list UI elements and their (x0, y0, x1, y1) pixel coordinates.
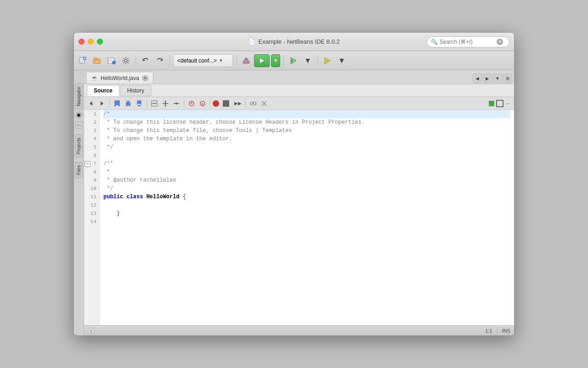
prev-error-button[interactable] (187, 98, 197, 109)
et-sep-5 (245, 99, 246, 108)
line-num-11: 11 (84, 193, 99, 201)
toolbar-separator-4 (283, 55, 284, 66)
search-icon: 🔍 (431, 39, 438, 45)
config-dropdown[interactable]: <default conf...> ▼ (173, 54, 233, 67)
line-num-7: − 7 (84, 160, 99, 168)
search-bar-container: 🔍 ✕ (427, 36, 509, 47)
collapse-fold-button[interactable] (171, 98, 181, 109)
file-tab-close[interactable]: ✕ (142, 75, 148, 81)
profile-dropdown-button[interactable]: ▼ (335, 54, 348, 67)
status-circle: 1 (88, 328, 94, 334)
next-error-button[interactable] (198, 98, 208, 109)
forward-button[interactable] (97, 98, 107, 109)
nav-pin-icon[interactable]: ◉ (75, 111, 83, 119)
search-clear-button[interactable]: ✕ (497, 39, 503, 45)
main-area: Navigator ◉ — Projects Files ☕ HelloWorl… (74, 70, 514, 335)
window-title: 📄 Example - NetBeans IDE 8.0.2 (248, 38, 339, 45)
svg-rect-12 (243, 61, 249, 63)
collapse-arrow[interactable]: → (505, 101, 510, 106)
tab-expand[interactable]: ⊞ (503, 74, 512, 83)
settings-button[interactable] (119, 54, 132, 67)
open-project-button[interactable] (91, 54, 104, 67)
record-macro-button[interactable] (213, 100, 219, 107)
expand-button[interactable] (496, 100, 503, 107)
source-tab[interactable]: Source (87, 85, 119, 96)
code-editor[interactable]: /* * To change this license header, choo… (100, 110, 514, 325)
debug-button[interactable] (287, 54, 300, 67)
minimize-button[interactable] (88, 39, 94, 45)
back-button[interactable] (86, 98, 96, 109)
projects-tab[interactable]: Projects (75, 134, 83, 157)
remove-button[interactable] (259, 98, 269, 109)
editor-area[interactable]: 1 2 3 4 5 6 − 7 8 9 10 11 12 13 (84, 110, 514, 325)
navigator-tab[interactable]: Navigator (75, 83, 83, 109)
history-tab[interactable]: History (120, 85, 151, 96)
toolbar-separator-3 (236, 55, 237, 66)
file-tab-icon: ☕ (91, 75, 98, 81)
svg-marker-14 (260, 58, 264, 63)
svg-rect-5 (94, 58, 97, 59)
toggle-fold-button[interactable] (149, 98, 159, 109)
file-tab-nav: ◀ ▶ ▼ ⊞ (473, 74, 514, 84)
code-line-13: } (103, 209, 510, 218)
run-macro-button[interactable]: ▶▶ (233, 98, 243, 109)
code-line-10: */ (103, 184, 510, 193)
prev-bookmark-button[interactable] (123, 98, 133, 109)
svg-point-11 (124, 59, 127, 62)
expand-fold-button[interactable] (160, 98, 170, 109)
code-line-14 (103, 218, 510, 226)
search-field[interactable]: 🔍 ✕ (427, 36, 509, 47)
line-num-3: 3 (84, 126, 99, 135)
code-line-9: * @author rachellelee (103, 176, 510, 184)
line-num-1: 1 (84, 110, 99, 118)
profile-button[interactable] (321, 54, 334, 67)
line-num-2: 2 (84, 118, 99, 126)
undo-button[interactable] (139, 54, 152, 67)
svg-marker-31 (164, 100, 166, 102)
toggle-bookmark-button[interactable] (112, 98, 122, 109)
file-tab-helloworld[interactable]: ☕ HelloWorld.java ✕ (86, 72, 153, 84)
run-button[interactable] (254, 54, 270, 67)
build-button[interactable] (240, 54, 253, 67)
toolbar-separator-2 (170, 55, 170, 66)
search-input[interactable] (440, 39, 495, 45)
close-button[interactable] (79, 39, 85, 45)
et-sep-4 (210, 99, 210, 108)
line-num-14: 14 (84, 218, 99, 226)
stop-macro-button[interactable] (223, 100, 229, 107)
status-bar: 1 1:1 INS (84, 325, 514, 335)
tab-scroll-right[interactable]: ▶ (483, 74, 492, 83)
netbeans-window: 📄 Example - NetBeans IDE 8.0.2 🔍 ✕ (74, 32, 514, 336)
svg-marker-21 (126, 103, 130, 106)
cursor-position: 1:1 (485, 328, 492, 334)
code-line-4: * and open the template in the editor. (103, 135, 510, 143)
maximize-button[interactable] (97, 39, 103, 45)
project-properties-button[interactable] (105, 54, 118, 67)
svg-marker-19 (101, 101, 103, 106)
traffic-lights (79, 39, 103, 45)
files-tab[interactable]: Files (75, 162, 83, 178)
fold-button-7[interactable]: − (85, 161, 90, 167)
code-line-1: /* (103, 110, 510, 118)
file-tabs-bar: ☕ HelloWorld.java ✕ ◀ ▶ ▼ ⊞ (84, 70, 514, 84)
title-bar: 📄 Example - NetBeans IDE 8.0.2 🔍 ✕ (74, 33, 514, 51)
config-dropdown-arrow: ▼ (219, 58, 223, 63)
debug-dropdown-button[interactable]: ▼ (301, 54, 314, 67)
editor-toolbar: ▶▶ → (84, 97, 514, 110)
svg-marker-39 (202, 104, 204, 105)
et-sep-2 (147, 99, 147, 108)
status-sep (497, 328, 498, 334)
next-bookmark-button[interactable] (134, 98, 144, 109)
line-num-6: 6 (84, 151, 99, 160)
tab-scroll-left[interactable]: ◀ (473, 74, 482, 83)
editor-mode: INS (502, 328, 510, 334)
tab-dropdown[interactable]: ▼ (493, 74, 502, 83)
toolbar-separator-1 (136, 55, 136, 66)
redo-button[interactable] (153, 54, 166, 67)
nav-minimize-icon[interactable]: — (75, 121, 83, 129)
insert-mode-button[interactable] (248, 98, 258, 109)
line-num-10: 10 (84, 184, 99, 193)
new-project-button[interactable] (77, 54, 90, 67)
code-line-11: public class HelloWorld { (103, 193, 510, 201)
run-dropdown-button[interactable]: ▼ (271, 54, 280, 67)
